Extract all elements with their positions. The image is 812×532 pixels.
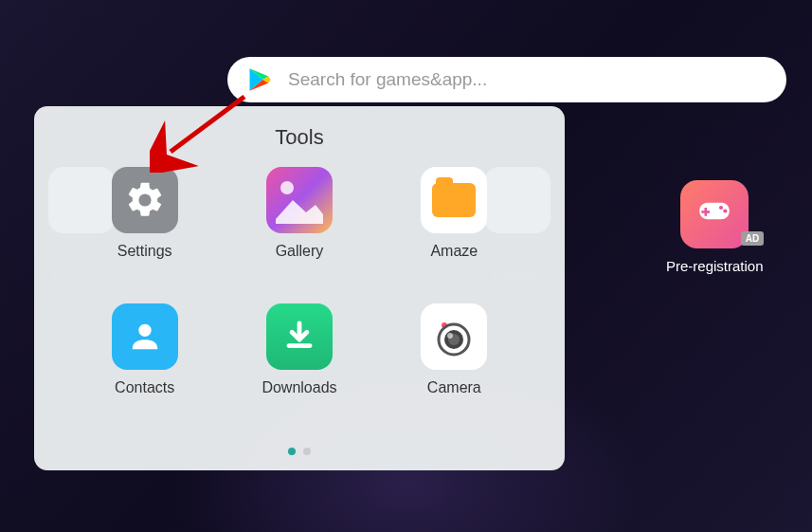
app-label: Gallery (276, 243, 324, 260)
page-indicator[interactable] (288, 448, 311, 455)
background-app-center-icon (484, 167, 550, 233)
pre-registration-icon: AD (680, 180, 749, 248)
svg-point-7 (719, 206, 723, 210)
app-label: Pre-registration (666, 258, 764, 274)
search-placeholder: Search for games&app... (288, 69, 487, 90)
tools-folder-panel: Tools Settings Gallery (34, 106, 565, 470)
camera-icon (421, 303, 487, 370)
svg-point-6 (447, 333, 453, 339)
page-dot[interactable] (303, 448, 311, 455)
settings-icon (112, 167, 178, 233)
app-downloads[interactable]: Downloads (236, 303, 362, 396)
app-label: Contacts (115, 379, 174, 396)
svg-point-1 (138, 324, 151, 337)
play-store-icon (246, 66, 273, 93)
app-label: Downloads (262, 379, 336, 396)
amaze-icon (421, 167, 487, 233)
svg-point-0 (280, 181, 294, 194)
app-gallery[interactable]: Gallery (236, 167, 362, 260)
search-bar[interactable]: Search for games&app... (227, 57, 786, 102)
app-label: Camera (427, 379, 481, 396)
app-pre-registration[interactable]: AD Pre-registration (666, 180, 764, 274)
app-settings[interactable]: Settings (81, 167, 208, 260)
app-label: Settings (117, 243, 172, 260)
contacts-icon (112, 303, 178, 370)
downloads-icon (266, 303, 333, 370)
gallery-icon (266, 167, 333, 233)
svg-rect-10 (702, 211, 711, 213)
tools-panel-title: Tools (53, 125, 546, 150)
app-camera[interactable]: Camera (391, 303, 517, 396)
app-grid: Settings Gallery Amaze (53, 167, 546, 396)
svg-point-8 (724, 209, 728, 212)
page-dot-active[interactable] (288, 448, 296, 455)
app-amaze[interactable]: Amaze (391, 167, 517, 260)
app-label: Amaze (430, 243, 478, 260)
background-app-browser-icon (48, 167, 115, 233)
ad-badge: AD (741, 231, 764, 246)
app-contacts[interactable]: Contacts (81, 303, 208, 396)
